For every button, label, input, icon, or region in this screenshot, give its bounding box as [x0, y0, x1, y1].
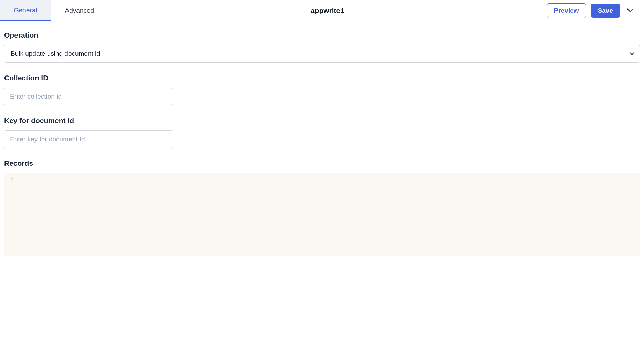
- tab-label: General: [14, 7, 37, 14]
- preview-button[interactable]: Preview: [547, 3, 586, 18]
- records-editor[interactable]: 1: [4, 173, 640, 256]
- key-for-document-id-input[interactable]: [4, 130, 173, 148]
- expand-toggle[interactable]: [625, 5, 636, 16]
- line-number: 1: [7, 176, 17, 184]
- page-title: appwrite1: [108, 7, 547, 15]
- collection-id-input[interactable]: [4, 88, 173, 105]
- field-records: Records 1: [4, 159, 640, 256]
- header-actions: Preview Save: [547, 3, 644, 18]
- field-key-for-document-id: Key for document Id: [4, 117, 640, 148]
- header: General Advanced appwrite1 Preview Save: [0, 0, 644, 21]
- tab-label: Advanced: [65, 7, 94, 14]
- tab-general[interactable]: General: [0, 0, 51, 21]
- chevron-down-icon: [626, 7, 634, 14]
- records-label: Records: [4, 159, 640, 168]
- key-for-document-id-label: Key for document Id: [4, 117, 640, 125]
- operation-value: Bulk update using document id: [11, 50, 100, 58]
- tabs-container: General Advanced: [0, 0, 108, 21]
- code-line: 1: [7, 176, 637, 184]
- content: Operation Bulk update using document id …: [0, 21, 644, 263]
- tab-advanced[interactable]: Advanced: [51, 0, 108, 21]
- operation-select[interactable]: Bulk update using document id: [4, 45, 640, 63]
- save-button[interactable]: Save: [591, 4, 620, 18]
- operation-label: Operation: [4, 31, 640, 39]
- records-code-content[interactable]: [17, 176, 637, 184]
- field-collection-id: Collection ID: [4, 74, 640, 105]
- collection-id-label: Collection ID: [4, 74, 640, 82]
- field-operation: Operation Bulk update using document id: [4, 31, 640, 63]
